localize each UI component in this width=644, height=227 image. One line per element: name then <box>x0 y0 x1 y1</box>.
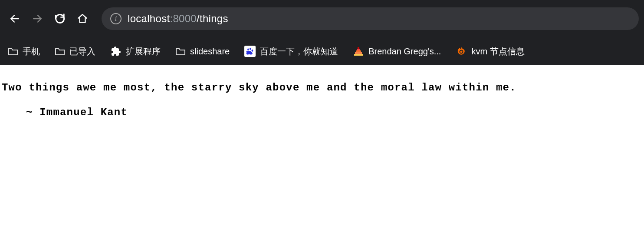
bookmark-folder-imported[interactable]: 已导入 <box>55 46 95 57</box>
bookmark-label: 已导入 <box>69 46 95 57</box>
folder-icon <box>55 47 65 56</box>
quote-attribution: ~ Immanuel Kant <box>2 107 642 118</box>
reload-button-real[interactable] <box>50 9 69 28</box>
home-icon <box>77 13 88 24</box>
site-info-icon[interactable]: i <box>110 13 122 24</box>
folder-icon <box>175 47 186 56</box>
reload-icon <box>54 13 66 25</box>
svg-rect-10 <box>358 47 359 49</box>
url-path: /things <box>197 13 228 24</box>
quote-text: Two things awe me most, the starry sky a… <box>2 82 642 93</box>
svg-point-2 <box>247 48 249 50</box>
bookmark-label: Brendan Gregg's... <box>368 47 441 57</box>
address-bar[interactable]: i localhost:8000/things <box>102 7 639 30</box>
svg-point-4 <box>252 50 253 52</box>
bookmarks-bar: 手机 已导入 扩展程序 slideshare 百度一下，你就知道 <box>0 37 644 65</box>
bookmark-label: 百度一下，你就知道 <box>260 46 338 57</box>
puzzle-icon <box>110 46 122 57</box>
bookmark-label: slideshare <box>190 47 230 57</box>
url-port: :8000 <box>170 13 197 24</box>
svg-point-3 <box>250 48 251 50</box>
url-text: localhost:8000/things <box>128 13 228 25</box>
grafana-icon <box>456 46 467 57</box>
back-button[interactable] <box>5 9 24 28</box>
flamegraph-icon <box>353 46 364 57</box>
browser-chrome: i localhost:8000/things 手机 已导入 扩展程序 <box>0 0 644 65</box>
bookmark-folder-phone[interactable]: 手机 <box>8 46 40 57</box>
forward-button[interactable] <box>28 9 47 28</box>
svg-rect-9 <box>357 49 360 50</box>
bookmark-label: 扩展程序 <box>126 46 161 57</box>
bookmark-label: 手机 <box>23 46 40 57</box>
svg-rect-7 <box>355 52 362 54</box>
bookmark-folder-slideshare[interactable]: slideshare <box>175 47 230 57</box>
arrow-left-icon <box>9 13 20 24</box>
url-host: localhost <box>128 13 170 24</box>
folder-icon <box>8 47 18 56</box>
bookmark-brendan-gregg[interactable]: Brendan Gregg's... <box>353 46 441 57</box>
arrow-right-icon <box>32 13 43 24</box>
bookmark-label: kvm 节点信息 <box>471 46 524 57</box>
page-body: Two things awe me most, the starry sky a… <box>0 65 644 135</box>
home-button[interactable] <box>73 9 92 28</box>
toolbar: i localhost:8000/things <box>0 0 644 37</box>
svg-rect-8 <box>356 50 361 52</box>
svg-rect-6 <box>354 54 363 56</box>
bookmark-extensions[interactable]: 扩展程序 <box>110 46 161 57</box>
bookmark-baidu[interactable]: 百度一下，你就知道 <box>244 46 338 57</box>
bookmark-kvm[interactable]: kvm 节点信息 <box>456 46 524 57</box>
baidu-paw-icon <box>244 46 256 57</box>
